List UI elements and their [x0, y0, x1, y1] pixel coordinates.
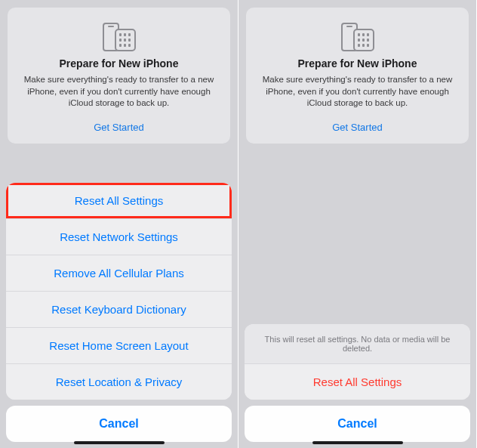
confirm-action-sheet: This will reset all settings. No data or…	[238, 324, 476, 448]
reset-action-sheet: Reset All Settings Reset Network Setting…	[0, 183, 238, 448]
confirm-message: This will reset all settings. No data or…	[245, 324, 470, 364]
transfer-icon	[97, 18, 142, 51]
card-title: Prepare for New iPhone	[17, 57, 221, 70]
reset-all-settings-option[interactable]: Reset All Settings	[6, 183, 232, 219]
home-indicator[interactable]	[74, 441, 165, 444]
remove-cellular-plans-option[interactable]: Remove All Cellular Plans	[6, 255, 232, 292]
transfer-icon	[335, 18, 380, 51]
prepare-card: Prepare for New iPhone Make sure everyth…	[246, 8, 469, 144]
card-description: Make sure everything's ready to transfer…	[17, 74, 221, 110]
reset-home-screen-layout-option[interactable]: Reset Home Screen Layout	[6, 328, 232, 364]
reset-network-settings-option[interactable]: Reset Network Settings	[6, 219, 232, 255]
card-title: Prepare for New iPhone	[255, 57, 460, 70]
card-description: Make sure everything's ready to transfer…	[255, 74, 460, 110]
reset-location-privacy-option[interactable]: Reset Location & Privacy	[6, 364, 232, 400]
home-indicator[interactable]	[312, 441, 403, 444]
screen-reset-options: Prepare for New iPhone Make sure everyth…	[0, 0, 238, 448]
reset-keyboard-dictionary-option[interactable]: Reset Keyboard Dictionary	[6, 292, 232, 328]
confirm-list: This will reset all settings. No data or…	[245, 324, 470, 400]
confirm-reset-all-settings-button[interactable]: Reset All Settings	[245, 364, 470, 400]
reset-options-list: Reset All Settings Reset Network Setting…	[6, 183, 232, 400]
get-started-link[interactable]: Get Started	[17, 119, 221, 134]
prepare-card: Prepare for New iPhone Make sure everyth…	[8, 8, 230, 144]
cancel-button[interactable]: Cancel	[245, 406, 470, 442]
screen-reset-confirm: Prepare for New iPhone Make sure everyth…	[238, 0, 477, 448]
cancel-button[interactable]: Cancel	[6, 406, 232, 442]
get-started-link[interactable]: Get Started	[255, 119, 460, 134]
